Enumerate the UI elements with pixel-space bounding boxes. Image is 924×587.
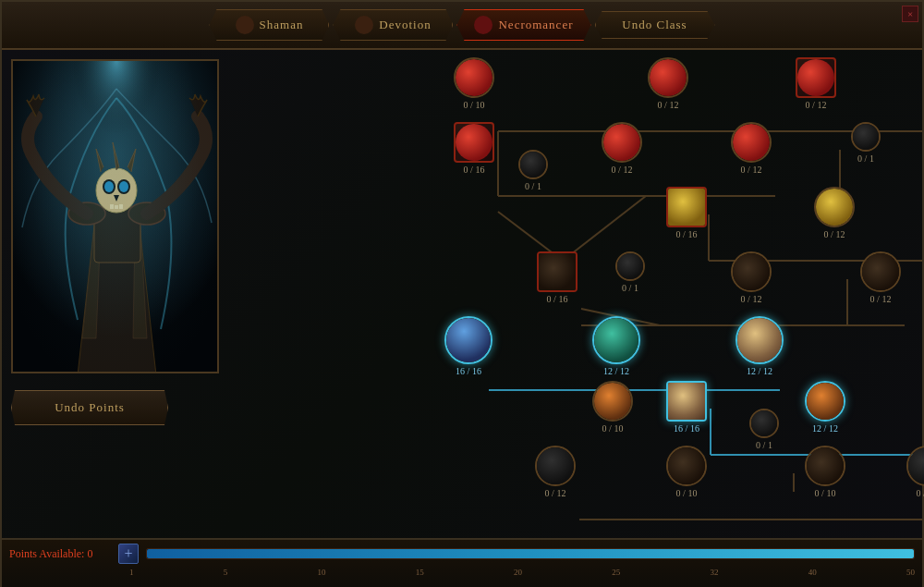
milestone-1: 1 xyxy=(129,568,134,577)
tabs-bar: Shaman Devotion Necromancer Undo Class xyxy=(2,2,922,50)
skill-node-n21[interactable]: 12 / 12 xyxy=(736,316,784,376)
node-icon-n6 xyxy=(520,152,546,177)
skill-node-n6[interactable]: 0 / 1 xyxy=(518,150,548,191)
skill-node-n23[interactable]: 16 / 16 xyxy=(666,381,707,434)
node-shape-n1 xyxy=(454,57,494,98)
skill-node-n31[interactable]: 0 / 10 xyxy=(906,446,924,498)
node-shape-n30 xyxy=(805,446,845,486)
svg-rect-11 xyxy=(115,205,118,209)
skill-node-n30[interactable]: 0 / 10 xyxy=(805,446,845,498)
node-icon-n19 xyxy=(446,318,491,362)
node-label-n3: 0 / 12 xyxy=(806,100,827,110)
portrait-svg xyxy=(13,61,219,373)
skill-node-n12[interactable]: 0 / 12 xyxy=(814,187,855,239)
node-shape-n24 xyxy=(749,409,779,438)
node-label-n11: 0 / 16 xyxy=(676,229,698,239)
skill-node-n25[interactable]: 12 / 12 xyxy=(805,381,845,434)
milestone-20: 20 xyxy=(514,568,522,577)
svg-rect-0 xyxy=(13,61,219,373)
node-shape-n3 xyxy=(796,57,836,98)
content-area: Undo Points xyxy=(2,50,922,538)
bottom-bar: Points Available: 0 + 1 5 10 15 20 25 32… xyxy=(2,538,922,587)
node-label-n16: 0 / 12 xyxy=(741,294,762,304)
node-label-n14: 0 / 16 xyxy=(547,294,568,304)
node-icon-n7 xyxy=(603,124,640,161)
tab-shaman[interactable]: Shaman xyxy=(209,9,329,41)
svg-point-1 xyxy=(61,61,172,209)
node-label-n24: 0 / 1 xyxy=(756,440,772,450)
points-row: Points Available: 0 + xyxy=(9,544,915,564)
node-label-n20: 12 / 12 xyxy=(603,366,629,376)
undo-points-button[interactable]: Undo Points xyxy=(11,390,168,425)
node-icon-n25 xyxy=(807,383,844,420)
node-shape-n2 xyxy=(648,57,688,98)
node-label-n12: 0 / 12 xyxy=(824,229,845,239)
node-shape-n29 xyxy=(666,446,707,486)
milestone-15: 15 xyxy=(416,568,424,577)
skill-node-n1[interactable]: 0 / 10 xyxy=(454,57,494,110)
node-label-n17: 0 / 12 xyxy=(870,294,892,304)
skill-node-n2[interactable]: 0 / 12 xyxy=(648,57,688,110)
skill-node-n16[interactable]: 0 / 12 xyxy=(731,251,772,304)
skill-node-n8[interactable]: 0 / 12 xyxy=(731,122,772,175)
node-shape-n23 xyxy=(666,381,707,422)
node-icon-n5 xyxy=(456,124,492,161)
node-shape-n8 xyxy=(731,122,772,163)
node-shape-n6 xyxy=(518,150,548,179)
node-icon-n21 xyxy=(737,318,782,362)
milestone-markers: 1 5 10 15 20 25 32 40 50 xyxy=(129,568,915,577)
tab-undo-class[interactable]: Undo Class xyxy=(595,11,715,39)
experience-bar xyxy=(146,548,915,559)
node-label-n1: 0 / 10 xyxy=(464,100,485,110)
node-label-n28: 0 / 12 xyxy=(545,488,566,498)
skill-node-n19[interactable]: 16 / 16 xyxy=(444,316,492,376)
skill-node-n5[interactable]: 0 / 16 xyxy=(454,122,494,175)
milestone-50: 50 xyxy=(906,568,915,577)
svg-point-3 xyxy=(68,202,105,225)
node-shape-n7 xyxy=(602,122,642,163)
node-shape-n14 xyxy=(537,251,578,292)
skill-node-n3[interactable]: 0 / 12 xyxy=(796,57,836,110)
node-shape-n28 xyxy=(535,446,576,486)
node-label-n29: 0 / 10 xyxy=(676,488,698,498)
milestone-5: 5 xyxy=(224,568,228,577)
node-shape-n21 xyxy=(736,316,784,364)
skill-node-n24[interactable]: 0 / 1 xyxy=(749,409,779,450)
milestone-40: 40 xyxy=(808,568,817,577)
node-icon-n2 xyxy=(650,59,687,96)
skill-node-n11[interactable]: 0 / 16 xyxy=(666,187,707,239)
plus-button[interactable]: + xyxy=(118,544,139,564)
skill-node-n7[interactable]: 0 / 12 xyxy=(602,122,642,175)
tab-necromancer[interactable]: Necromancer xyxy=(456,9,590,41)
svg-point-6 xyxy=(103,179,116,194)
node-icon-n24 xyxy=(751,410,777,436)
close-button[interactable]: × xyxy=(902,6,918,22)
skill-node-n9[interactable]: 0 / 1 xyxy=(851,122,881,164)
skill-node-n29[interactable]: 0 / 10 xyxy=(666,446,707,498)
node-icon-n20 xyxy=(594,318,638,362)
undo-points-label: Undo Points xyxy=(55,400,125,415)
node-label-n7: 0 / 12 xyxy=(612,165,633,175)
skill-node-n20[interactable]: 12 / 12 xyxy=(592,316,640,376)
node-label-n23: 16 / 16 xyxy=(674,423,699,434)
node-shape-n9 xyxy=(851,122,881,152)
skill-node-n28[interactable]: 0 / 12 xyxy=(535,446,576,498)
node-label-n2: 0 / 12 xyxy=(658,100,679,110)
main-window: × Shaman Devotion Necromancer Undo Class xyxy=(0,0,924,587)
svg-rect-12 xyxy=(119,204,123,209)
points-available-label: Points Available: 0 xyxy=(9,547,111,561)
skill-node-n14[interactable]: 0 / 16 xyxy=(537,251,578,304)
node-shape-n17 xyxy=(860,251,901,292)
node-label-n15: 0 / 1 xyxy=(622,283,638,293)
skill-node-n17[interactable]: 0 / 12 xyxy=(860,251,901,304)
skill-node-n22[interactable]: 0 / 10 xyxy=(592,381,633,434)
tab-undo-class-label: Undo Class xyxy=(622,18,687,32)
tab-devotion[interactable]: Devotion xyxy=(333,9,453,41)
milestone-25: 25 xyxy=(612,568,620,577)
node-shape-n11 xyxy=(666,187,707,227)
skill-node-n15[interactable]: 0 / 1 xyxy=(615,251,645,293)
node-icon-n15 xyxy=(617,253,643,279)
node-icon-n9 xyxy=(853,124,879,150)
node-icon-n17 xyxy=(862,253,899,290)
node-label-n30: 0 / 10 xyxy=(815,488,836,498)
